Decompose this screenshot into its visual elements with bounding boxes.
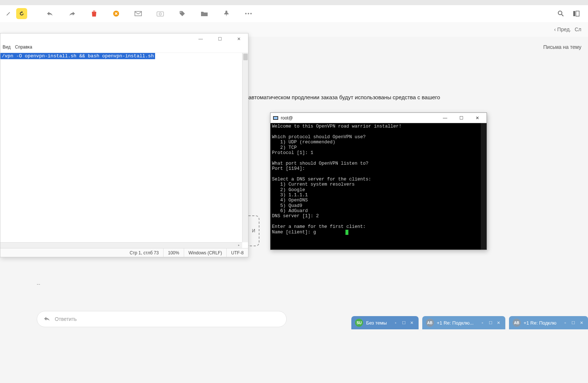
terminal-body[interactable]: Welcome to this OpenVPN road warrior ins… xyxy=(270,123,487,250)
tab-close-icon[interactable]: ✕ xyxy=(496,320,502,326)
svg-point-7 xyxy=(250,13,252,14)
terminal-title: root@ xyxy=(281,115,293,121)
task-tabs: SUБез темы▫☐✕AB+1 Re: Подклю...▫☐✕AB+1 R… xyxy=(351,316,588,329)
prev-label: Пред. xyxy=(557,26,571,32)
tag-icon[interactable] xyxy=(178,9,187,18)
tab-maximize-icon[interactable]: ☐ xyxy=(401,320,407,326)
panel-toggle-icon[interactable] xyxy=(572,9,581,18)
close-button[interactable]: ✕ xyxy=(233,35,245,43)
reply-placeholder: Ответить xyxy=(55,316,77,322)
chevron-left-icon: ‹ xyxy=(554,26,556,32)
status-encoding: UTF-8 xyxy=(227,248,248,257)
notepad-statusbar: Стр 1, стлб 73 100% Windows (CRLF) UTF-8 xyxy=(0,248,248,257)
notepad-menubar: Вид Справка xyxy=(0,44,248,53)
terminal-output: Welcome to this OpenVPN road warrior ins… xyxy=(272,124,402,235)
terminal-cursor xyxy=(345,230,348,235)
terminal-titlebar[interactable]: root@ — ☐ ✕ xyxy=(270,113,487,123)
selected-text[interactable]: /vpn -O openvpn-install.sh && bash openv… xyxy=(0,53,155,59)
svg-point-3 xyxy=(159,13,161,15)
tab-label: +1 Re: Подклю xyxy=(524,320,556,326)
menu-view[interactable]: Вид xyxy=(3,44,11,53)
folder-icon[interactable] xyxy=(200,9,209,18)
minimize-button[interactable]: — xyxy=(194,35,207,43)
notepad-content[interactable]: /vpn -O openvpn-install.sh && bash openv… xyxy=(0,53,248,248)
tab-minimize-icon[interactable]: ▫ xyxy=(480,320,485,326)
task-tab[interactable]: AB+1 Re: Подклю...▫☐✕ xyxy=(422,316,505,329)
status-position: Стр 1, стлб 73 xyxy=(125,248,164,257)
status-zoom: 100% xyxy=(164,248,184,257)
reply-arrow-icon xyxy=(44,316,50,322)
status-eol: Windows (CRLF) xyxy=(184,248,227,257)
search-icon[interactable] xyxy=(556,9,565,18)
svg-rect-1 xyxy=(135,11,141,16)
signature-dash: -- xyxy=(37,281,40,287)
task-tab[interactable]: AB+1 Re: Подклю▫☐✕ xyxy=(509,316,588,329)
tab-avatar-badge: AB xyxy=(426,319,434,327)
delete-icon[interactable] xyxy=(90,9,98,18)
vertical-scrollbar[interactable] xyxy=(242,53,248,242)
tab-close-icon[interactable]: ✕ xyxy=(409,320,415,326)
maximize-button[interactable]: ☐ xyxy=(214,35,226,43)
mail-toolbar xyxy=(0,5,588,22)
svg-rect-9 xyxy=(573,11,575,16)
attachment-dropzone-peek: И xyxy=(248,215,259,246)
pin-icon[interactable] xyxy=(222,9,231,18)
task-tab[interactable]: SUБез темы▫☐✕ xyxy=(351,316,418,329)
refresh-button[interactable] xyxy=(16,8,27,19)
thread-section-label: Письма на тему xyxy=(543,44,581,50)
svg-rect-12 xyxy=(274,117,277,119)
svg-point-8 xyxy=(558,11,562,15)
spam-icon[interactable] xyxy=(112,9,121,18)
svg-rect-10 xyxy=(576,11,579,16)
notepad-window: — ☐ ✕ Вид Справка /vpn -O openvpn-instal… xyxy=(0,33,248,257)
term-maximize-button[interactable]: ☐ xyxy=(454,114,468,122)
prev-link[interactable]: ‹ Пред. xyxy=(554,26,571,32)
putty-icon xyxy=(273,115,279,121)
reply-bar[interactable]: Ответить xyxy=(37,311,287,327)
tab-maximize-icon[interactable]: ☐ xyxy=(570,320,576,326)
term-close-button[interactable]: ✕ xyxy=(470,114,484,122)
mail-icon[interactable] xyxy=(134,9,143,18)
forward-icon[interactable] xyxy=(68,9,76,18)
term-vertical-scrollbar[interactable] xyxy=(481,123,487,250)
compose-button[interactable] xyxy=(3,8,14,19)
dropzone-letter: И xyxy=(252,228,255,233)
browser-top-strip xyxy=(0,0,588,5)
more-icon[interactable] xyxy=(244,9,253,18)
horizontal-scrollbar[interactable]: ▸ xyxy=(0,242,242,248)
term-minimize-button[interactable]: — xyxy=(438,114,452,122)
svg-point-5 xyxy=(245,13,247,14)
next-link-partial[interactable]: Сл xyxy=(575,26,581,32)
svg-point-6 xyxy=(248,13,249,14)
tab-avatar-badge: AB xyxy=(513,319,521,327)
tab-label: Без темы xyxy=(366,320,387,326)
tab-label: +1 Re: Подклю... xyxy=(437,320,474,326)
reply-icon[interactable] xyxy=(46,9,54,18)
terminal-window: root@ — ☐ ✕ Welcome to this OpenVPN road… xyxy=(270,112,487,250)
tab-maximize-icon[interactable]: ☐ xyxy=(488,320,494,326)
tab-minimize-icon[interactable]: ▫ xyxy=(393,320,399,326)
email-body-fragment: автоматическом продлении заказа будут ис… xyxy=(248,94,440,100)
notepad-titlebar[interactable]: — ☐ ✕ xyxy=(0,33,248,44)
svg-point-4 xyxy=(180,12,182,13)
tab-avatar-badge: SU xyxy=(355,319,363,327)
tab-close-icon[interactable]: ✕ xyxy=(578,320,584,326)
menu-help[interactable]: Справка xyxy=(15,44,32,53)
camera-icon[interactable] xyxy=(156,9,165,18)
tab-minimize-icon[interactable]: ▫ xyxy=(562,320,568,326)
svg-rect-2 xyxy=(157,12,164,16)
